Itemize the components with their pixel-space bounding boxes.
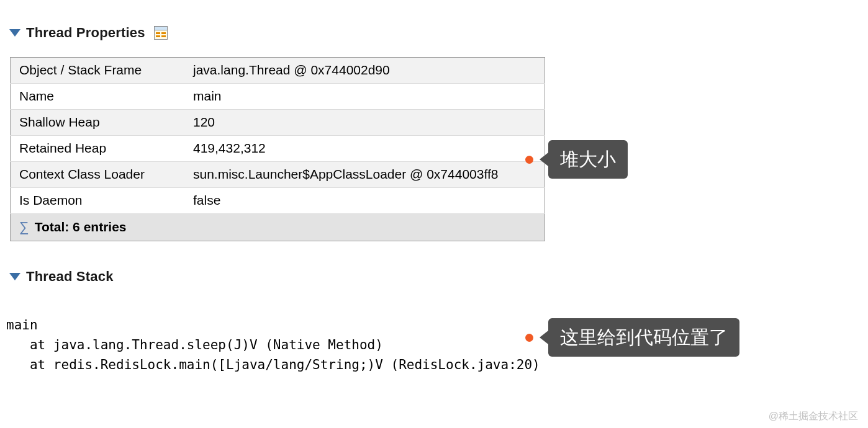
svg-rect-6 [161,35,166,37]
thread-properties-title: Thread Properties [26,25,145,41]
thread-stack-header: Thread Stack [9,269,868,285]
thread-properties-header: Thread Properties [9,25,868,41]
row-value: main [184,84,545,110]
svg-rect-4 [161,32,166,34]
table-row[interactable]: Is Daemon false [11,188,545,214]
table-row[interactable]: Shallow Heap 120 [11,110,545,136]
row-value: 120 [184,110,545,136]
svg-marker-7 [9,273,20,280]
properties-icon [154,26,168,40]
table-row[interactable]: Object / Stack Frame java.lang.Thread @ … [11,58,545,84]
callout-dot-icon [525,334,533,342]
svg-rect-3 [156,32,160,34]
stack-line: at redis.RedisLock.main([Ljava/lang/Stri… [6,357,540,372]
callout-code-location: 这里给到代码位置了 [525,318,739,357]
total-empty [184,214,545,241]
collapse-icon[interactable] [9,273,20,280]
callout-bubble: 这里给到代码位置了 [548,318,739,357]
svg-marker-0 [9,29,20,37]
row-key: Context Class Loader [11,162,185,188]
table-row[interactable]: Context Class Loader sun.misc.Launcher$A… [11,162,545,188]
row-value: sun.misc.Launcher$AppClassLoader @ 0x744… [184,162,545,188]
row-key: Retained Heap [11,136,185,162]
callout-dot-icon [525,156,533,164]
row-value: 419,432,312 [184,136,545,162]
row-key: Name [11,84,185,110]
stack-line: at java.lang.Thread.sleep(J)V (Native Me… [6,337,383,352]
table-row[interactable]: Retained Heap 419,432,312 [11,136,545,162]
callout-bubble: 堆大小 [548,140,628,179]
thread-properties-table: Object / Stack Frame java.lang.Thread @ … [10,57,545,241]
thread-stack-title: Thread Stack [26,269,114,285]
stack-line: main [6,318,38,332]
svg-rect-5 [156,35,160,37]
row-key: Object / Stack Frame [11,58,185,84]
total-label: Total: 6 entries [35,220,127,234]
watermark-text: @稀土掘金技术社区 [769,410,858,423]
collapse-icon[interactable] [9,29,20,37]
sigma-icon: ∑ [19,219,29,235]
callout-heap: 堆大小 [525,140,628,179]
svg-rect-2 [154,27,167,30]
table-total-row: ∑ Total: 6 entries [11,214,545,241]
row-value: java.lang.Thread @ 0x744002d90 [184,58,545,84]
table-row[interactable]: Name main [11,84,545,110]
row-key: Shallow Heap [11,110,185,136]
row-key: Is Daemon [11,188,185,214]
row-value: false [184,188,545,214]
